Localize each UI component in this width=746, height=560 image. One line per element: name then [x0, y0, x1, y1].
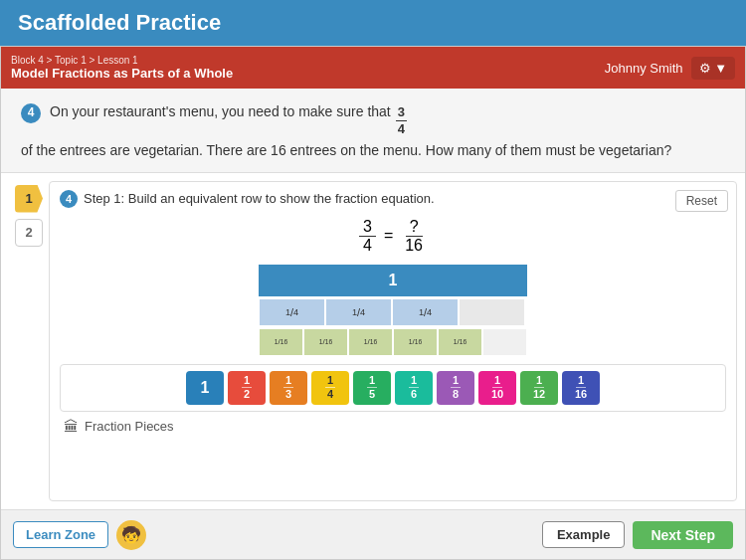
quarter-bar-2[interactable]: 1/4: [325, 298, 392, 326]
problem-fraction-denominator: 4: [396, 121, 407, 137]
question-number: 4: [21, 103, 41, 123]
lhs-denominator: 4: [359, 237, 376, 255]
step-content: 4 Step 1: Build an equivalent row to sho…: [49, 181, 737, 501]
sixteenth-bar-row: 1/16 1/16 1/16 1/16 1/16: [259, 328, 527, 356]
fraction-pieces-text: Fraction Pieces: [85, 419, 174, 434]
reset-button[interactable]: Reset: [675, 190, 728, 212]
quarter-bar-row: 1/4 1/4 1/4: [259, 298, 527, 326]
quarter-bar-1[interactable]: 1/4: [259, 298, 325, 326]
fraction-bars: 1 1/4 1/4 1/4 1/16 1/16 1/16 1/16 1/16: [259, 265, 527, 356]
problem-text-before: On your restaurant's menu, you need to m…: [50, 100, 391, 122]
tile-tenth[interactable]: 110: [478, 371, 516, 405]
pieces-icon: 🏛: [64, 418, 79, 435]
tile-sixteenth[interactable]: 116: [562, 371, 600, 405]
bottom-bar: Learn Zone 🧒 Example Next Step: [1, 509, 745, 559]
whole-bar-row: 1: [259, 265, 527, 296]
fraction-pieces-label: 🏛 Fraction Pieces: [60, 418, 726, 435]
top-bar-right: Johnny Smith ⚙ ▼: [605, 57, 735, 80]
sixteenth-bar-4[interactable]: 1/16: [393, 328, 438, 356]
problem-text-after: of the entrees are vegetarian. There are…: [21, 139, 671, 161]
step-sidebar: 1 2: [9, 181, 49, 501]
problem-text: 4 On your restaurant's menu, you need to…: [21, 100, 725, 162]
problem-area: 4 On your restaurant's menu, you need to…: [1, 89, 745, 173]
sixteenth-bar-6[interactable]: [482, 328, 527, 356]
top-bar-left: Block 4 > Topic 1 > Lesson 1 Model Fract…: [11, 55, 233, 81]
step-2-button[interactable]: 2: [15, 219, 43, 247]
tile-quarter[interactable]: 14: [311, 371, 349, 405]
sixteenth-bar-1[interactable]: 1/16: [259, 328, 303, 356]
page-title: Scaffolded Practice: [18, 10, 221, 36]
sixteenth-bar-5[interactable]: 1/16: [438, 328, 482, 356]
rhs-fraction: ? 16: [401, 218, 427, 255]
problem-fraction: 3 4: [396, 104, 407, 136]
fraction-tiles: 1 12 13 14 15 16 18: [60, 364, 726, 412]
rhs-numerator: ?: [406, 218, 423, 237]
step-icon: 4: [60, 190, 78, 208]
bottom-left: Learn Zone 🧒: [13, 520, 146, 550]
rhs-denominator: 16: [401, 237, 427, 255]
quarter-bar-4[interactable]: [459, 298, 525, 326]
tile-eighth[interactable]: 18: [437, 371, 474, 405]
next-step-button[interactable]: Next Step: [633, 521, 733, 549]
tile-sixth[interactable]: 16: [395, 371, 433, 405]
user-name: Johnny Smith: [605, 61, 683, 76]
tile-half[interactable]: 12: [228, 371, 266, 405]
learn-zone-button[interactable]: Learn Zone: [13, 521, 108, 548]
lesson-title: Model Fractions as Parts of a Whole: [11, 66, 233, 81]
step-header: 4 Step 1: Build an equivalent row to sho…: [60, 190, 726, 208]
equals-sign: =: [384, 227, 393, 245]
lhs-fraction: 3 4: [359, 218, 376, 255]
tile-third[interactable]: 13: [270, 371, 307, 405]
step-instruction: Step 1: Build an equivalent row to show …: [84, 191, 435, 206]
top-bar: Block 4 > Topic 1 > Lesson 1 Model Fract…: [1, 47, 745, 89]
avatar-button[interactable]: 🧒: [116, 520, 146, 550]
tile-1[interactable]: 1: [186, 371, 224, 405]
breadcrumb: Block 4 > Topic 1 > Lesson 1: [11, 55, 233, 66]
page-header: Scaffolded Practice: [0, 0, 746, 46]
problem-fraction-numerator: 3: [396, 104, 407, 121]
fraction-equation: 3 4 = ? 16: [60, 218, 726, 255]
whole-bar: 1: [259, 265, 527, 296]
example-button[interactable]: Example: [542, 521, 625, 548]
lhs-numerator: 3: [359, 218, 376, 237]
bottom-right: Example Next Step: [542, 521, 733, 549]
quarter-bar-3[interactable]: 1/4: [392, 298, 459, 326]
settings-button[interactable]: ⚙ ▼: [691, 57, 735, 80]
step-1-button[interactable]: 1: [15, 185, 43, 213]
sixteenth-bar-2[interactable]: 1/16: [303, 328, 348, 356]
tile-twelfth[interactable]: 112: [520, 371, 558, 405]
tile-fifth[interactable]: 15: [353, 371, 391, 405]
sixteenth-bar-3[interactable]: 1/16: [348, 328, 393, 356]
app-container: Block 4 > Topic 1 > Lesson 1 Model Fract…: [0, 46, 746, 560]
main-content: 1 2 4 Step 1: Build an equivalent row to…: [1, 173, 745, 509]
